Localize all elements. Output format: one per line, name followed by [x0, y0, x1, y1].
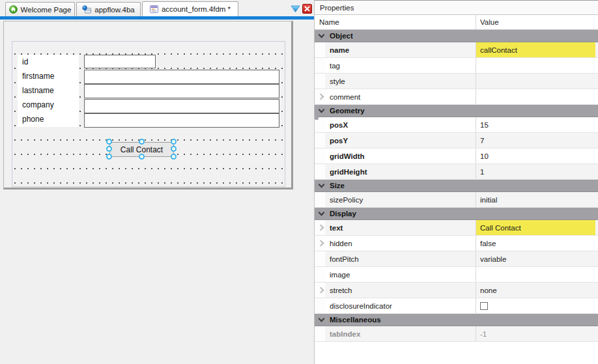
property-value-hidden[interactable]: false — [476, 236, 598, 251]
chevron-right-icon[interactable] — [318, 287, 324, 294]
selection-handle-bottom-right[interactable] — [171, 154, 177, 160]
chevron-down-icon — [319, 210, 325, 216]
form-field-id[interactable] — [84, 55, 156, 68]
dropdown-triangle-icon — [290, 4, 301, 16]
property-row-tag[interactable]: tag — [315, 58, 598, 74]
property-row-fontpitch[interactable]: fontPitch variable — [315, 251, 598, 267]
selection-handle-top-center[interactable] — [139, 139, 145, 145]
chevron-down-icon — [319, 32, 325, 38]
property-row-posy[interactable]: posY 7 — [315, 133, 598, 148]
form-label-lastname[interactable]: lastname — [18, 83, 79, 98]
property-row-gridwidth[interactable]: gridWidth 10 — [315, 148, 598, 164]
property-value-fontpitch[interactable]: variable — [476, 251, 598, 266]
form-label-firstname[interactable]: firstname — [18, 69, 79, 83]
property-row-comment[interactable]: comment — [315, 89, 598, 105]
tab-welcome-page[interactable]: Welcome Page — [5, 2, 75, 16]
form-field-phone[interactable] — [84, 113, 279, 128]
form-field-firstname[interactable] — [84, 70, 279, 84]
section-display[interactable]: Display — [315, 208, 598, 220]
property-value-sizepolicy[interactable]: initial — [476, 192, 598, 207]
property-value-image[interactable] — [476, 267, 598, 282]
property-value-gridwidth[interactable]: 10 — [476, 148, 598, 163]
chevron-right-icon[interactable] — [318, 240, 324, 247]
property-row-style[interactable]: style — [315, 74, 598, 89]
section-object[interactable]: Object — [315, 30, 598, 42]
tab-appflow[interactable]: appflow.4ba — [76, 2, 141, 16]
property-value-text[interactable]: Call Contact — [476, 220, 598, 235]
property-value-posy[interactable]: 7 — [476, 133, 598, 148]
section-miscellaneous[interactable]: Miscellaneous — [315, 314, 598, 326]
property-row-tabindex[interactable]: tabIndex -1 — [315, 326, 598, 342]
call-contact-button-label: Call Contact — [121, 145, 163, 154]
active-tab-indicator — [0, 16, 314, 20]
app-window: Welcome Page appflow.4ba — [0, 0, 598, 364]
property-row-gridheight[interactable]: gridHeight 1 — [315, 164, 598, 180]
form-label-id[interactable]: id — [18, 55, 79, 69]
property-value-style[interactable] — [476, 74, 598, 89]
splitter-grip[interactable] — [315, 105, 319, 120]
property-row-disclosureindicator[interactable]: disclosureIndicator — [315, 298, 598, 314]
property-value-name[interactable]: callContact — [476, 42, 598, 57]
property-value-comment[interactable] — [476, 89, 598, 104]
column-header-value: Value — [476, 15, 598, 29]
tab-label: Welcome Page — [21, 6, 72, 14]
section-geometry[interactable]: Geometry — [315, 105, 598, 117]
close-icon — [302, 4, 312, 14]
form-label-company[interactable]: company — [18, 98, 79, 112]
form-file-icon — [150, 5, 158, 13]
column-header-name: Name — [315, 15, 476, 29]
tab-label: appflow.4ba — [94, 6, 134, 14]
property-row-sizepolicy[interactable]: sizePolicy initial — [315, 192, 598, 208]
property-row-hidden[interactable]: hidden false — [315, 236, 598, 251]
property-row-image[interactable]: image — [315, 267, 598, 283]
chevron-down-icon — [319, 182, 325, 188]
form-field-lastname[interactable] — [84, 84, 279, 98]
document-tabbar: Welcome Page appflow.4ba — [0, 0, 314, 16]
chevron-down-icon — [319, 107, 325, 113]
properties-column-header: Name Value — [315, 15, 598, 30]
form-field-company[interactable] — [84, 99, 279, 113]
property-value-stretch[interactable]: none — [476, 283, 598, 298]
chevron-right-icon[interactable] — [318, 225, 324, 231]
form-canvas[interactable]: id firstname lastname company phone Call… — [3, 21, 293, 189]
form-grid-container: id firstname lastname company phone Call… — [12, 41, 285, 187]
tab-account-form[interactable]: account_form.4fdm * — [142, 1, 238, 16]
form-label-phone[interactable]: phone — [18, 112, 79, 126]
property-value-tag[interactable] — [476, 58, 598, 73]
property-value-posx[interactable]: 15 — [476, 117, 598, 132]
form-designer-pane: Welcome Page appflow.4ba — [0, 0, 314, 364]
selection-handle-bottom-left[interactable] — [106, 154, 112, 160]
selection-handle-top-right[interactable] — [171, 139, 177, 145]
property-row-name[interactable]: name callContact — [315, 42, 598, 58]
selection-handle-top-left[interactable] — [106, 139, 112, 145]
tab-overflow-button[interactable] — [290, 4, 301, 16]
section-size[interactable]: Size — [315, 180, 598, 192]
close-tab-button[interactable] — [302, 4, 312, 14]
property-row-stretch[interactable]: stretch none — [315, 283, 598, 298]
properties-panel-title: Properties — [315, 1, 598, 15]
property-row-posx[interactable]: posX 15 — [315, 117, 598, 133]
selection-handle-mid-right[interactable] — [171, 146, 177, 152]
home-icon — [9, 5, 18, 14]
chevron-down-icon — [319, 316, 325, 322]
properties-panel: Properties Name Value Object name callCo… — [314, 0, 598, 364]
disclosure-indicator-checkbox[interactable] — [480, 302, 488, 310]
tab-label: account_form.4fdm * — [162, 5, 231, 13]
property-row-text[interactable]: text Call Contact — [315, 220, 598, 236]
selection-handle-bottom-center[interactable] — [139, 154, 145, 160]
selection-handle-mid-left[interactable] — [106, 146, 112, 152]
property-value-tabindex[interactable]: -1 — [476, 326, 598, 341]
appflow-diagram-icon — [82, 5, 91, 14]
chevron-right-icon[interactable] — [318, 94, 324, 100]
property-value-gridheight[interactable]: 1 — [476, 164, 598, 179]
form-label-block: id firstname lastname company phone — [18, 55, 79, 127]
